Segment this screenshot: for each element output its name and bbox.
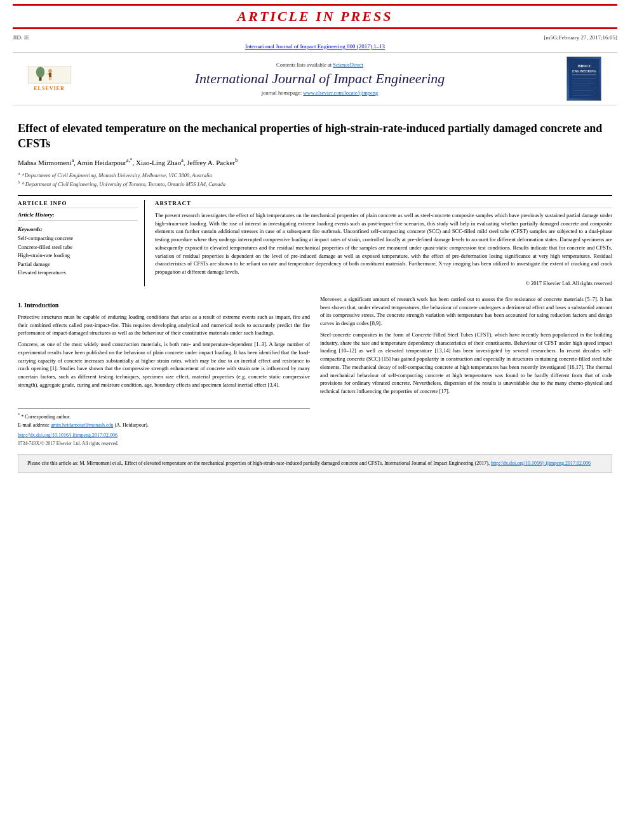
main-content: Effect of elevated temperature on the me… <box>0 108 630 477</box>
abstract-text: The present research investigates the ef… <box>155 211 612 276</box>
article-info-header: ARTICLE INFO <box>18 200 138 208</box>
elsevier-graphic-svg <box>27 66 72 84</box>
author-sup-b: b <box>235 157 238 163</box>
intro-p1: Protective structures must be capable of… <box>18 313 310 337</box>
cite-bar: Please cite this article as: M. Mirmomen… <box>18 454 612 473</box>
email-link[interactable]: amin.heidarpour@monash.edu <box>51 422 113 428</box>
journal-name: International Journal of Impact Engineer… <box>73 70 566 87</box>
homepage-link[interactable]: www.elsevier.com/locate/ijimpeng <box>303 90 378 96</box>
article-title: Effect of elevated temperature on the me… <box>18 121 612 152</box>
body-col-right: Moreover, a significant amount of resear… <box>320 295 612 448</box>
svg-point-1 <box>36 67 44 77</box>
cite-bar-doi[interactable]: http://dx.doi.org/10.1016/j.ijimpeng.201… <box>491 460 591 466</box>
journal-homepage: journal homepage: www.elsevier.com/locat… <box>73 90 566 96</box>
jid-label: JID: IE <box>13 34 29 41</box>
article-info-abstract: ARTICLE INFO Article History: Keywords: … <box>18 195 612 286</box>
journal-link[interactable]: International Journal of Impact Engineer… <box>245 43 385 50</box>
footnote-section: * * Corresponding author. E-mail address… <box>18 408 310 448</box>
intro-col2-p2: Steel-concrete composites in the form of… <box>320 331 612 396</box>
header-section: ELSEVIER Contents lists available at Sci… <box>13 52 617 105</box>
corresponding-note: * * Corresponding author. <box>18 411 310 421</box>
article-info-panel: ARTICLE INFO Article History: Keywords: … <box>18 200 145 286</box>
abstract-header: ABSTRACT <box>155 200 612 208</box>
cite-bar-text: Please cite this article as: M. Mirmomen… <box>27 460 491 466</box>
email-note: E-mail address: amin.heidarpour@monash.e… <box>18 422 310 429</box>
elsevier-logo: ELSEVIER <box>25 66 73 91</box>
copyright-notice: © 2017 Elsevier Ltd. All rights reserved <box>155 280 612 286</box>
svg-text:ENGINEERING: ENGINEERING <box>572 69 596 73</box>
body-two-col: 1. Introduction Protective structures mu… <box>18 295 612 448</box>
svg-rect-6 <box>49 77 50 80</box>
keyword-elevated-temp: Elevated temperatures <box>18 269 138 277</box>
intro-p2: Concrete, as one of the most widely used… <box>18 340 310 389</box>
author-sup-a3: a <box>181 157 184 163</box>
article-in-press-banner: ARTICLE IN PRESS <box>13 4 617 29</box>
svg-rect-7 <box>50 77 51 80</box>
timestamp-label: [m5G;February 27, 2017;16:05] <box>544 34 617 41</box>
affiliations: a ᵃ Department of Civil Engineering, Mon… <box>18 170 612 189</box>
svg-rect-2 <box>39 77 41 81</box>
svg-text:IMPACT: IMPACT <box>577 64 591 68</box>
body-col-left: 1. Introduction Protective structures mu… <box>18 295 310 448</box>
contents-available: Contents lists available at ScienceDirec… <box>73 62 566 68</box>
sciencedirect-link[interactable]: ScienceDirect <box>333 62 363 68</box>
top-bar: JID: IE [m5G;February 27, 2017;16:05] <box>0 33 630 42</box>
journal-title-block: Contents lists available at ScienceDirec… <box>73 62 566 96</box>
keyword-self-compacting: Self-compacting concrete <box>18 234 138 243</box>
affiliation-a: a ᵃ Department of Civil Engineering, Mon… <box>18 170 612 180</box>
cover-image: IMPACT ENGINEERING <box>566 57 601 101</box>
rights-notice: 0734-743X/© 2017 Elsevier Ltd. All right… <box>18 441 310 448</box>
svg-rect-4 <box>49 73 51 77</box>
article-history-label: Article History: <box>18 211 138 218</box>
cover-svg: IMPACT ENGINEERING <box>568 59 600 98</box>
keyword-cfst: Concrete-filled steel tube <box>18 243 138 252</box>
keyword-high-strain: High-strain-rate loading <box>18 251 138 260</box>
doi-link[interactable]: http://dx.doi.org/10.1016/j.ijimpeng.201… <box>18 432 310 439</box>
svg-point-3 <box>48 69 52 73</box>
journal-link-bar[interactable]: International Journal of Impact Engineer… <box>0 43 630 50</box>
journal-cover: IMPACT ENGINEERING <box>566 57 605 101</box>
abstract-panel: ABSTRACT The present research investigat… <box>155 200 612 286</box>
section-intro-title: 1. Introduction <box>18 300 310 310</box>
author-corresponding-mark: * <box>130 157 133 163</box>
authors-line: Mahsa Mirmomenia, Amin Heidarpoura,*, Xi… <box>18 157 612 168</box>
divider-1 <box>18 220 138 221</box>
intro-col2-p1: Moreover, a significant amount of resear… <box>320 295 612 328</box>
keywords-label: Keywords: <box>18 226 138 232</box>
author-sup-a: a <box>72 157 74 163</box>
affiliation-b: b ᵇ Department of Civil Engineering, Uni… <box>18 179 612 189</box>
elsevier-wordmark: ELSEVIER <box>34 86 64 91</box>
keyword-partial-damage: Partial damage <box>18 260 138 269</box>
